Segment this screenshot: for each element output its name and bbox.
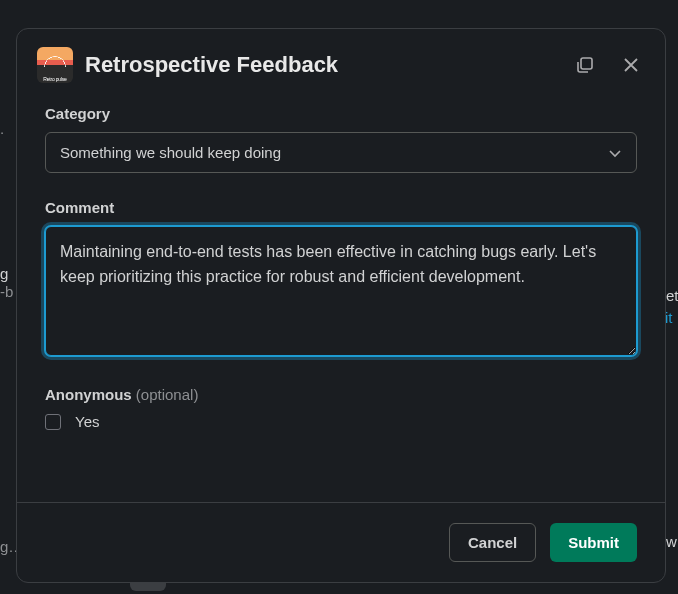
feedback-modal: Retrospective Feedback Category Somethin… [16,28,666,583]
bg-fragment: -b [0,283,13,300]
app-icon [37,47,73,83]
popout-icon [575,55,595,75]
anonymous-checkbox[interactable] [45,414,61,430]
modal-header: Retrospective Feedback [17,29,665,97]
comment-wrap [45,226,637,360]
modal-body: Category Something we should keep doing … [17,97,665,502]
modal-title: Retrospective Feedback [85,52,559,78]
bg-fragment: . [0,120,4,137]
anonymous-label-text: Anonymous [45,386,132,403]
bg-fragment: it [665,309,673,326]
category-select[interactable]: Something we should keep doing [45,132,637,173]
header-actions [571,51,645,79]
popout-button[interactable] [571,51,599,79]
cancel-button[interactable]: Cancel [449,523,536,562]
close-button[interactable] [617,51,645,79]
comment-textarea[interactable] [45,226,637,356]
bg-fragment: w [666,533,677,550]
anonymous-label: Anonymous (optional) [45,386,637,403]
submit-button[interactable]: Submit [550,523,637,562]
comment-label: Comment [45,199,637,216]
category-label: Category [45,105,637,122]
category-select-wrap: Something we should keep doing [45,132,637,173]
anonymous-option-label: Yes [75,413,99,430]
close-icon [621,55,641,75]
bg-fragment: g [0,265,8,282]
anonymous-checkbox-row: Yes [45,413,637,430]
bg-fragment: et [666,287,678,304]
modal-footer: Cancel Submit [17,502,665,582]
optional-text: (optional) [136,386,199,403]
svg-rect-0 [581,58,592,69]
